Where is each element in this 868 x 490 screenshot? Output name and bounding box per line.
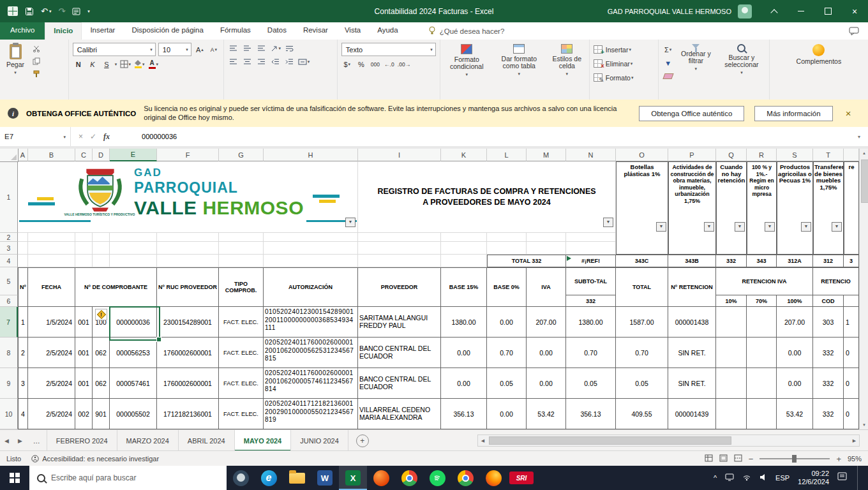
new-sheet-icon[interactable]: + [356, 434, 369, 447]
column-header-D[interactable]: D [93, 149, 110, 161]
cell-B4[interactable] [28, 255, 75, 267]
align-bottom-icon[interactable] [256, 43, 267, 54]
cell-P9[interactable]: SIN RET. [668, 368, 716, 399]
align-middle-icon[interactable] [242, 43, 253, 54]
horizontal-scrollbar[interactable]: ◀ ▶ [477, 434, 860, 447]
cell-L9[interactable]: 0.05 [487, 368, 527, 399]
cell-Q7[interactable] [716, 307, 747, 338]
row-header-3[interactable]: 3 [0, 242, 18, 255]
cell-L7[interactable]: 0.00 [487, 307, 527, 338]
cell-S4[interactable]: 312A [777, 255, 813, 267]
row-header-2[interactable]: 2 [0, 233, 18, 242]
borders-icon[interactable]: ▾ [119, 59, 131, 70]
column-header-B[interactable]: B [28, 149, 75, 161]
cell-F2[interactable] [157, 233, 219, 242]
merge-center-icon[interactable]: ▾ [298, 56, 310, 67]
cell-K7[interactable]: 1380.00 [441, 307, 487, 338]
restore-button[interactable] [814, 0, 841, 22]
cell-H5[interactable]: AUTORIZACIÓN [264, 267, 358, 307]
close-warning-icon[interactable]: × [841, 108, 857, 119]
select-all-corner[interactable] [0, 149, 19, 162]
cell-F9[interactable]: 1760002600001 [157, 368, 219, 399]
filter-dropdown-icon[interactable]: ▼ [765, 222, 775, 232]
cell-F10[interactable]: 1712182136001 [157, 399, 219, 429]
file-explorer-icon[interactable] [283, 466, 311, 490]
scroll-up-icon[interactable]: ▲ [860, 149, 868, 158]
tray-expand-icon[interactable]: ^ [714, 474, 717, 482]
cell-G5[interactable]: TIPO COMPROB. [219, 267, 264, 307]
increase-font-icon[interactable]: A▴ [194, 44, 206, 55]
decrease-indent-icon[interactable] [270, 56, 281, 67]
close-button[interactable]: × [841, 0, 868, 22]
taskbar-search[interactable]: Escribe aquí para buscar [29, 466, 227, 490]
align-center-icon[interactable] [242, 56, 253, 67]
start-button[interactable] [0, 466, 29, 490]
zoom-slider-thumb[interactable] [792, 455, 797, 463]
clock[interactable]: 09:22 12/6/2024 [798, 470, 829, 486]
font-name-select[interactable]: Calibri▾ [73, 43, 156, 56]
cell-P1[interactable]: Actividades de construcción de obra mate… [668, 161, 716, 255]
cell-B7[interactable]: 1/5/2024 [28, 307, 75, 338]
currency-format-icon[interactable]: $▾ [341, 59, 353, 70]
sheet-tab-junio-2024[interactable]: JUNIO 2024 [291, 430, 348, 451]
vertical-scrollbar[interactable]: ▲ ▼ [859, 149, 868, 429]
cell-O5[interactable]: TOTAL [616, 267, 668, 307]
notifications-icon[interactable] [837, 472, 848, 484]
cell-E10[interactable]: 000005502 [110, 399, 157, 429]
wrap-text-icon[interactable] [284, 43, 296, 54]
filter-dropdown-icon[interactable]: ▼ [656, 222, 666, 232]
cell-T10[interactable]: 332 [813, 399, 844, 429]
cell-I10[interactable]: VILLARREAL CEDENO MARIA ALEXANDRA [358, 399, 441, 429]
cell-G2[interactable] [219, 233, 264, 242]
cell-T8[interactable]: 332 [813, 338, 844, 368]
cell-N9[interactable]: 0.05 [566, 368, 616, 399]
cell-G8[interactable]: FACT. ELEC. [219, 338, 264, 368]
cell-U9[interactable]: 0 [844, 368, 859, 399]
firefox-icon[interactable] [479, 466, 507, 490]
cell-E8[interactable]: 000056253 [110, 338, 157, 368]
thousands-format-icon[interactable]: 000 [370, 59, 381, 70]
cell-I8[interactable]: BANCO CENTRAL DEL ECUADOR [358, 338, 441, 368]
cell-G7[interactable]: FACT. ELEC. [219, 307, 264, 338]
cell-I2[interactable] [358, 233, 441, 242]
cut-icon[interactable] [31, 43, 42, 54]
language-indicator[interactable]: ESP [775, 474, 789, 482]
row-header-5[interactable]: 5 [0, 267, 18, 295]
ribbon-display-options-icon[interactable] [761, 0, 788, 22]
tab-datos[interactable]: Datos [259, 22, 295, 40]
cell-F3[interactable] [157, 242, 219, 255]
align-left-icon[interactable] [228, 56, 239, 67]
clear-icon[interactable] [662, 71, 674, 82]
scroll-left-icon[interactable]: ◀ [478, 438, 488, 443]
cell-T7[interactable]: 303 [813, 307, 844, 338]
cell-K9[interactable]: 0.00 [441, 368, 487, 399]
cell-U6[interactable] [844, 295, 859, 307]
cell-L3[interactable] [487, 242, 527, 255]
font-color-icon[interactable]: A▾ [147, 59, 159, 70]
cell-L4[interactable]: TOTAL 332 [487, 255, 566, 267]
format-cells-button[interactable]: ✎ Formato▾ [594, 72, 634, 83]
cell-C5[interactable]: Nº DE COMPROBANTE [75, 267, 157, 307]
paste-button[interactable]: Pegar ▾ [4, 43, 27, 76]
cell-G3[interactable] [219, 242, 264, 255]
cell-N4[interactable]: #¡REF! [566, 255, 616, 267]
book-icon[interactable] [72, 8, 80, 15]
cell-T6[interactable]: COD [813, 295, 844, 307]
cell-R6[interactable]: 70% [747, 295, 777, 307]
sri-icon[interactable]: SRI [507, 466, 535, 490]
number-format-select[interactable]: Texto▾ [341, 43, 436, 56]
column-header-T[interactable]: T [813, 149, 844, 161]
cell-D10[interactable]: 901 [93, 399, 110, 429]
column-header-K[interactable]: K [441, 149, 487, 161]
cell-O7[interactable]: 1587.00 [616, 307, 668, 338]
cell-A9[interactable]: 3 [18, 368, 28, 399]
cell-Q4[interactable]: 332 [716, 255, 747, 267]
spotify-icon[interactable] [423, 466, 451, 490]
align-right-icon[interactable] [256, 56, 267, 67]
monitor-icon[interactable] [725, 472, 734, 484]
cell-N10[interactable]: 356.13 [566, 399, 616, 429]
filter-dropdown-icon[interactable]: ▼ [603, 218, 613, 227]
tab-inicio[interactable]: Inicio [45, 22, 82, 40]
tab-revisar[interactable]: Revisar [295, 22, 336, 40]
percent-format-icon[interactable]: % [355, 59, 367, 70]
